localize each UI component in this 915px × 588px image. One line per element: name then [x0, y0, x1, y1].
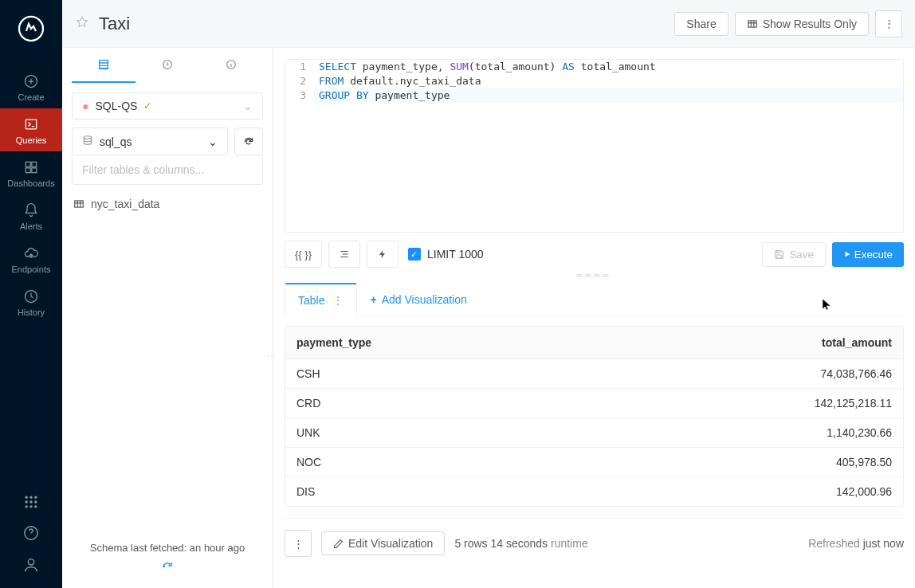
clock-icon	[161, 58, 174, 71]
nav-alerts[interactable]: Alerts	[0, 194, 62, 237]
dashboard-icon	[23, 159, 39, 175]
table-icon	[747, 18, 758, 29]
footer-options-button[interactable]: ⋮	[285, 530, 312, 557]
apps-icon[interactable]	[23, 494, 39, 510]
svg-point-18	[28, 559, 33, 565]
result-tab-table[interactable]: Table ⋮	[285, 283, 357, 316]
params-button[interactable]: {{ }}	[285, 241, 322, 268]
nav-label: Dashboards	[7, 178, 54, 188]
database-name: sql_qs	[100, 135, 132, 148]
row-count: 5 rows 14 seconds runtime	[454, 537, 587, 550]
nav-history[interactable]: History	[0, 280, 62, 323]
svg-point-8	[26, 496, 28, 499]
tab-options-icon[interactable]: ⋮	[332, 294, 344, 307]
connection-name: SQL-QS	[95, 100, 137, 112]
lightning-button[interactable]	[367, 241, 399, 268]
queries-icon	[23, 116, 39, 132]
results-pane: Table ⋮ + Add Visualization payment_type…	[285, 283, 904, 577]
connection-dot-icon: ●	[82, 100, 88, 112]
share-button[interactable]: Share	[674, 12, 728, 36]
more-options-button[interactable]: ⋮	[875, 10, 902, 37]
add-visualization-button[interactable]: + Add Visualization	[357, 284, 479, 316]
schema-tab-history[interactable]	[135, 48, 199, 83]
app-logo-icon[interactable]	[17, 14, 45, 43]
connection-select[interactable]: ● SQL-QS ✓ ⌄	[72, 92, 263, 120]
refresh-schema-link[interactable]	[72, 559, 263, 578]
show-results-only-button[interactable]: Show Results Only	[735, 12, 869, 36]
table-row[interactable]: DIS142,000.96	[285, 477, 903, 506]
cell: CSH	[296, 367, 764, 380]
database-select[interactable]: sql_qs ⌄	[72, 127, 228, 155]
format-button[interactable]	[328, 241, 360, 268]
cell: 405,978.50	[764, 456, 892, 468]
svg-rect-19	[748, 20, 756, 26]
svg-point-15	[29, 505, 32, 508]
table-row[interactable]: NOC405,978.50	[285, 448, 903, 477]
columns-icon	[97, 58, 110, 71]
play-icon	[843, 250, 851, 258]
svg-point-14	[26, 505, 28, 508]
limit-label: LIMIT 1000	[427, 248, 484, 261]
schema-tab-columns[interactable]	[72, 48, 135, 83]
svg-rect-4	[32, 162, 37, 167]
svg-rect-5	[26, 168, 30, 173]
bell-icon	[23, 202, 39, 218]
check-icon: ✓	[143, 100, 151, 112]
user-icon[interactable]	[22, 556, 40, 574]
svg-point-10	[34, 496, 37, 499]
cell: DIS	[296, 485, 764, 498]
star-icon[interactable]	[75, 15, 89, 32]
svg-point-9	[29, 496, 32, 499]
chevron-down-icon: ⌄	[208, 135, 218, 148]
cell: NOC	[296, 456, 764, 468]
help-icon[interactable]	[22, 524, 40, 542]
nav-queries[interactable]: Queries	[0, 108, 62, 151]
table-item[interactable]: nyc_taxi_data	[72, 193, 263, 215]
svg-point-11	[26, 500, 28, 503]
plus-icon: +	[370, 293, 376, 306]
resize-grip-icon[interactable]: ⋮	[267, 352, 276, 360]
svg-rect-3	[26, 162, 30, 167]
svg-rect-20	[100, 61, 108, 69]
page-title: Taxi	[99, 14, 130, 34]
svg-rect-6	[32, 168, 37, 173]
refresh-icon	[243, 136, 254, 147]
nav-label: Endpoints	[12, 265, 51, 274]
svg-rect-24	[75, 201, 84, 207]
table-row[interactable]: CSH74,038,766.46	[285, 359, 903, 389]
table-icon	[73, 198, 84, 210]
svg-point-23	[84, 136, 91, 139]
svg-point-13	[34, 500, 37, 503]
cell: UNK	[296, 426, 764, 439]
plus-circle-icon	[23, 73, 39, 89]
schema-tab-info[interactable]	[199, 48, 263, 83]
table-row[interactable]: CRD142,125,218.11	[285, 389, 903, 418]
topbar: Taxi Share Show Results Only ⋮	[62, 0, 915, 48]
table-name: nyc_taxi_data	[91, 198, 159, 210]
indent-icon	[339, 249, 350, 260]
sql-editor[interactable]: 1SELECT payment_type, SUM(total_amount) …	[285, 59, 904, 233]
limit-checkbox[interactable]: ✓ LIMIT 1000	[408, 248, 484, 261]
table-row[interactable]: UNK1,140,230.66	[285, 418, 903, 448]
save-button[interactable]: Save	[762, 242, 825, 267]
column-header[interactable]: total_amount	[764, 336, 892, 349]
column-header[interactable]: payment_type	[296, 336, 764, 349]
execute-button[interactable]: Execute	[832, 242, 904, 267]
edit-visualization-button[interactable]: Edit Visualization	[321, 531, 445, 555]
results-footer: ⋮ Edit Visualization 5 rows 14 seconds r…	[285, 518, 904, 557]
nav-endpoints[interactable]: Endpoints	[0, 237, 62, 280]
refresh-schema-button[interactable]	[234, 127, 263, 155]
info-icon	[225, 58, 238, 71]
filter-input[interactable]	[72, 155, 263, 185]
drag-handle-icon[interactable]: ════	[285, 271, 904, 280]
nav-dashboards[interactable]: Dashboards	[0, 151, 62, 194]
chevron-down-icon: ⌄	[243, 100, 253, 112]
save-icon	[774, 249, 784, 260]
nav-create[interactable]: Create	[0, 65, 62, 108]
checkbox-checked-icon: ✓	[408, 248, 421, 261]
cell: 142,125,218.11	[764, 397, 892, 410]
nav-label: Alerts	[20, 221, 42, 231]
schema-sidebar: ● SQL-QS ✓ ⌄ sql_qs ⌄	[62, 48, 273, 588]
database-icon	[82, 135, 93, 148]
history-icon	[23, 288, 39, 304]
